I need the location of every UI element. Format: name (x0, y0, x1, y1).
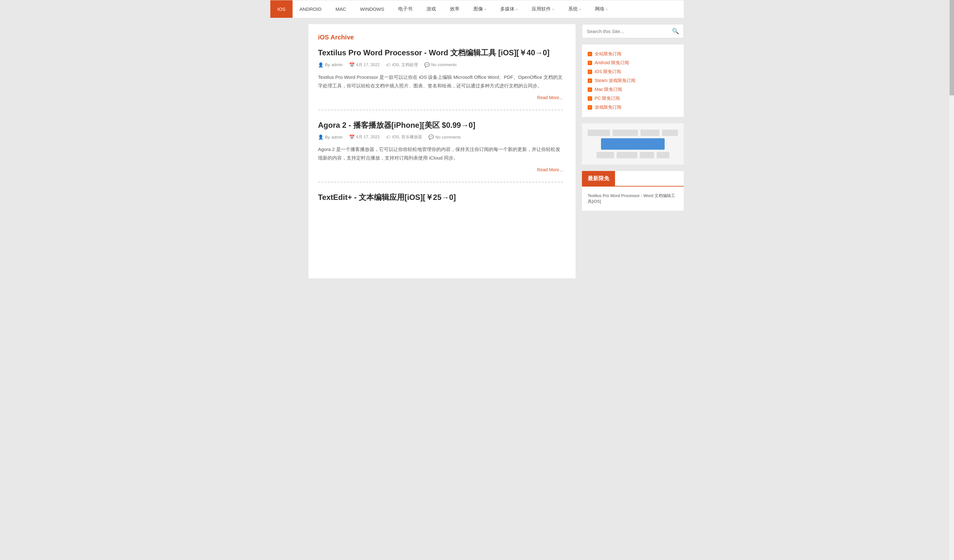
post-item: Agora 2 - 播客播放器[iPhone][美区 $0.99→0] 👤 By… (318, 120, 563, 183)
post-2-author-meta: 👤 By admin (318, 134, 343, 140)
post-3-title[interactable]: TextEdit+ - 文本编辑应用[iOS][￥25→0] (318, 192, 563, 203)
post-2-date-meta: 📅 4月 17, 2022 (349, 134, 380, 140)
ad-block (613, 130, 638, 136)
by-label: By (325, 62, 330, 67)
chevron-down-icon: » (552, 7, 554, 11)
nav-item-image[interactable]: 图像 » (466, 0, 493, 18)
ad-block (588, 130, 610, 136)
sub-label-steam: Steam 游戏限免订阅 (595, 78, 635, 84)
nav-item-software[interactable]: 应用软件 » (525, 0, 561, 18)
chevron-down-icon: » (484, 7, 486, 11)
sub-label-all: 全站限免订阅 (595, 51, 621, 57)
search-input[interactable] (587, 29, 672, 34)
rss-icon: r (588, 96, 592, 101)
ad-block (640, 152, 654, 158)
ad-block (617, 152, 637, 158)
latest-content: Textilus Pro Word Processor - Word 文档编辑工… (582, 187, 684, 211)
sub-label-mac: Mac 限免订阅 (595, 87, 622, 92)
nav-item-network[interactable]: 网络 » (588, 0, 615, 18)
by-label: By (325, 135, 330, 140)
latest-box: 最新限免 Textilus Pro Word Processor - Word … (582, 171, 684, 211)
sub-item-mac[interactable]: r Mac 限免订阅 (588, 85, 678, 94)
latest-header: 最新限免 (582, 171, 615, 186)
nav-item-efficiency[interactable]: 效率 (443, 0, 466, 18)
sub-item-android[interactable]: r Android 限免订阅 (588, 59, 678, 67)
sub-item-pc[interactable]: r PC 限免订阅 (588, 94, 678, 103)
chevron-down-icon: » (606, 7, 608, 11)
post-1-comments-meta: 💬 No comments (424, 62, 457, 67)
ad-block (597, 152, 614, 158)
main-nav: IOSANDROIDMACWINDOWS电子书游戏效率图像 »多媒体 »应用软件… (270, 0, 684, 18)
rss-icon: r (588, 70, 592, 74)
rss-icon: r (588, 105, 592, 110)
post-1-read-more[interactable]: Read More... (318, 95, 563, 100)
nav-item-games[interactable]: 游戏 (419, 0, 443, 18)
post-2-excerpt: Agora 2 是一个播客播放器，它可以让你你轻松地管理你的内容，保持关注你订阅… (318, 145, 563, 162)
post-2-comments: No comments (435, 135, 461, 140)
ad-block-blue[interactable] (601, 138, 665, 150)
rss-icon: r (588, 87, 592, 92)
nav-item-windows[interactable]: WINDOWS (353, 0, 391, 18)
sub-item-games[interactable]: r 游戏限免订阅 (588, 103, 678, 112)
post-item: TextEdit+ - 文本编辑应用[iOS][￥25→0] (318, 192, 563, 216)
sidebar: 🔍 r 全站限免订阅 r Android 限免订阅 r iOS 限免订阅 r (575, 24, 684, 278)
post-2-comments-meta: 💬 No comments (428, 134, 461, 140)
post-2-categories[interactable]: iOS, 音乐播放器 (392, 134, 422, 140)
nav-item-mac[interactable]: MAC (329, 0, 353, 18)
subscription-box: r 全站限免订阅 r Android 限免订阅 r iOS 限免订阅 r Ste… (582, 45, 684, 117)
sub-item-all[interactable]: r 全站限免订阅 (588, 50, 678, 59)
user-icon: 👤 (318, 62, 323, 67)
chevron-down-icon: » (579, 7, 581, 11)
ad-box (582, 123, 684, 165)
sub-item-ios[interactable]: r iOS 限免订阅 (588, 67, 678, 76)
post-2-date: 4月 17, 2022 (356, 134, 380, 140)
nav-item-ebook[interactable]: 电子书 (391, 0, 419, 18)
post-1-meta: 👤 By admin 📅 4月 17, 2022 🏷 iOS, 文档处理 (318, 62, 563, 68)
sub-label-games: 游戏限免订阅 (595, 104, 621, 110)
post-2-author[interactable]: admin (331, 135, 343, 140)
latest-item[interactable]: Textilus Pro Word Processor - Word 文档编辑工… (588, 191, 678, 206)
post-1-title[interactable]: Textilus Pro Word Processor - Word 文档编辑工… (318, 47, 563, 58)
comment-icon: 💬 (424, 62, 430, 67)
post-1-author[interactable]: admin (331, 62, 343, 67)
nav-item-ios[interactable]: IOS (270, 0, 293, 18)
post-2-title[interactable]: Agora 2 - 播客播放器[iPhone][美区 $0.99→0] (318, 120, 563, 131)
scrollbar-thumb[interactable] (949, 0, 954, 95)
search-button[interactable]: 🔍 (672, 28, 679, 35)
rss-icon: r (588, 61, 592, 65)
sub-label-android: Android 限免订阅 (595, 60, 629, 66)
ad-block (662, 130, 678, 136)
ad-block (657, 152, 669, 158)
sub-item-steam[interactable]: r Steam 游戏限免订阅 (588, 76, 678, 85)
archive-title: iOS Archive (318, 34, 563, 41)
user-icon: 👤 (318, 134, 323, 140)
post-1-comments: No comments (431, 62, 457, 67)
sub-label-ios: iOS 限免订阅 (595, 69, 621, 75)
post-1-date-meta: 📅 4月 17, 2022 (349, 62, 380, 68)
post-2-meta: 👤 By admin 📅 4月 17, 2022 🏷 iOS, 音乐播放器 (318, 134, 563, 140)
comment-icon: 💬 (428, 134, 434, 140)
calendar-icon: 📅 (349, 62, 355, 67)
post-2-category-meta: 🏷 iOS, 音乐播放器 (386, 134, 422, 140)
chevron-down-icon: » (516, 7, 518, 11)
ad-row-1 (588, 130, 678, 136)
post-1-category-meta: 🏷 iOS, 文档处理 (386, 62, 418, 68)
scrollbar-track[interactable] (949, 0, 954, 288)
search-box: 🔍 (582, 24, 684, 38)
tag-icon: 🏷 (386, 134, 391, 140)
nav-item-system[interactable]: 系统 » (561, 0, 588, 18)
post-2-read-more[interactable]: Read More... (318, 167, 563, 172)
calendar-icon: 📅 (349, 134, 355, 140)
ad-row-2 (597, 152, 669, 158)
nav-item-media[interactable]: 多媒体 » (493, 0, 525, 18)
posts-list: Textilus Pro Word Processor - Word 文档编辑工… (318, 47, 563, 216)
post-1-author-meta: 👤 By admin (318, 62, 343, 67)
post-1-date: 4月 17, 2022 (356, 62, 380, 68)
post-1-excerpt: Textilus Pro Word Processor 是一款可以让你在 iOS… (318, 73, 563, 90)
latest-header-wrapper: 最新限免 (582, 171, 684, 187)
sub-label-pc: PC 限免订阅 (595, 96, 620, 101)
post-1-categories[interactable]: iOS, 文档处理 (392, 62, 418, 68)
nav-item-android[interactable]: ANDROID (293, 0, 329, 18)
post-item: Textilus Pro Word Processor - Word 文档编辑工… (318, 47, 563, 110)
rss-icon: r (588, 78, 592, 83)
